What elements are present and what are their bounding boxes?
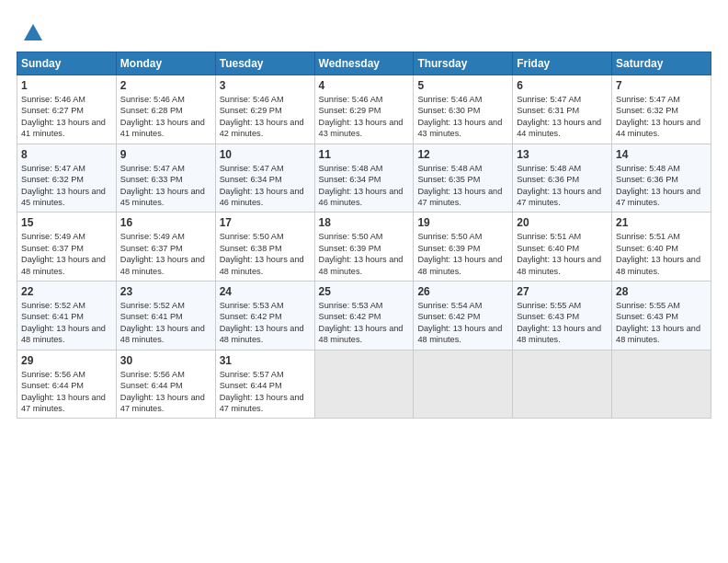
day-number: 6 <box>517 79 608 92</box>
day-info: Sunrise: 5:49 AMSunset: 6:37 PMDaylight:… <box>120 231 211 277</box>
day-number: 3 <box>220 79 311 92</box>
day-number: 19 <box>417 216 508 229</box>
day-number: 20 <box>517 216 608 229</box>
calendar-cell: 11Sunrise: 5:48 AMSunset: 6:34 PMDayligh… <box>314 144 414 213</box>
day-number: 5 <box>417 79 508 92</box>
day-number: 31 <box>220 354 311 367</box>
day-info: Sunrise: 5:48 AMSunset: 6:36 PMDaylight:… <box>616 163 707 209</box>
calendar-cell: 26Sunrise: 5:54 AMSunset: 6:42 PMDayligh… <box>414 282 513 350</box>
day-info: Sunrise: 5:48 AMSunset: 6:34 PMDaylight:… <box>319 163 410 209</box>
day-info: Sunrise: 5:50 AMSunset: 6:39 PMDaylight:… <box>319 231 410 277</box>
calendar-cell: 29Sunrise: 5:56 AMSunset: 6:44 PMDayligh… <box>17 350 117 419</box>
day-number: 30 <box>120 354 211 367</box>
calendar-week-row: 8Sunrise: 5:47 AMSunset: 6:32 PMDaylight… <box>17 144 711 213</box>
day-info: Sunrise: 5:46 AMSunset: 6:28 PMDaylight:… <box>120 94 211 140</box>
day-number: 26 <box>417 285 508 298</box>
calendar-cell <box>314 350 414 419</box>
calendar-cell: 28Sunrise: 5:55 AMSunset: 6:43 PMDayligh… <box>612 282 711 350</box>
day-info: Sunrise: 5:47 AMSunset: 6:33 PMDaylight:… <box>120 163 211 209</box>
day-info: Sunrise: 5:49 AMSunset: 6:37 PMDaylight:… <box>21 231 112 277</box>
calendar-cell: 24Sunrise: 5:53 AMSunset: 6:42 PMDayligh… <box>215 282 314 350</box>
day-number: 21 <box>616 216 707 229</box>
day-number: 14 <box>616 148 707 161</box>
calendar-header-wednesday: Wednesday <box>314 52 414 75</box>
calendar-cell: 12Sunrise: 5:48 AMSunset: 6:35 PMDayligh… <box>414 144 513 213</box>
calendar-cell: 9Sunrise: 5:47 AMSunset: 6:33 PMDaylight… <box>116 144 215 213</box>
day-info: Sunrise: 5:54 AMSunset: 6:42 PMDaylight:… <box>417 300 508 346</box>
day-number: 17 <box>220 216 311 229</box>
day-number: 27 <box>517 285 608 298</box>
calendar-cell: 6Sunrise: 5:47 AMSunset: 6:31 PMDaylight… <box>513 75 612 144</box>
calendar-header-sunday: Sunday <box>17 52 117 75</box>
day-number: 22 <box>21 285 112 298</box>
day-number: 2 <box>120 79 211 92</box>
calendar-header-saturday: Saturday <box>612 52 711 75</box>
day-number: 11 <box>319 148 410 161</box>
day-info: Sunrise: 5:51 AMSunset: 6:40 PMDaylight:… <box>616 231 707 277</box>
day-info: Sunrise: 5:53 AMSunset: 6:42 PMDaylight:… <box>220 300 311 346</box>
calendar-header-friday: Friday <box>513 52 612 75</box>
calendar-table: SundayMondayTuesdayWednesdayThursdayFrid… <box>17 52 711 419</box>
day-number: 15 <box>21 216 112 229</box>
calendar-week-row: 15Sunrise: 5:49 AMSunset: 6:37 PMDayligh… <box>17 213 711 282</box>
logo <box>17 20 46 46</box>
calendar-cell: 3Sunrise: 5:46 AMSunset: 6:29 PMDaylight… <box>215 75 314 144</box>
day-number: 29 <box>21 354 112 367</box>
day-number: 13 <box>517 148 608 161</box>
day-number: 9 <box>120 148 211 161</box>
calendar-cell: 1Sunrise: 5:46 AMSunset: 6:27 PMDaylight… <box>17 75 117 144</box>
day-number: 4 <box>319 79 410 92</box>
day-info: Sunrise: 5:56 AMSunset: 6:44 PMDaylight:… <box>21 369 112 415</box>
calendar-cell: 17Sunrise: 5:50 AMSunset: 6:38 PMDayligh… <box>215 213 314 282</box>
day-number: 25 <box>319 285 410 298</box>
day-info: Sunrise: 5:50 AMSunset: 6:39 PMDaylight:… <box>417 231 508 277</box>
calendar-cell: 31Sunrise: 5:57 AMSunset: 6:44 PMDayligh… <box>215 350 314 419</box>
day-number: 7 <box>616 79 707 92</box>
calendar-cell: 4Sunrise: 5:46 AMSunset: 6:29 PMDaylight… <box>314 75 414 144</box>
day-number: 16 <box>120 216 211 229</box>
calendar-cell: 18Sunrise: 5:50 AMSunset: 6:39 PMDayligh… <box>314 213 414 282</box>
day-number: 24 <box>220 285 311 298</box>
calendar-cell: 19Sunrise: 5:50 AMSunset: 6:39 PMDayligh… <box>414 213 513 282</box>
day-info: Sunrise: 5:46 AMSunset: 6:29 PMDaylight:… <box>220 94 311 140</box>
calendar-cell: 20Sunrise: 5:51 AMSunset: 6:40 PMDayligh… <box>513 213 612 282</box>
calendar-header-monday: Monday <box>116 52 215 75</box>
day-info: Sunrise: 5:46 AMSunset: 6:29 PMDaylight:… <box>319 94 410 140</box>
day-info: Sunrise: 5:53 AMSunset: 6:42 PMDaylight:… <box>319 300 410 346</box>
calendar-cell: 22Sunrise: 5:52 AMSunset: 6:41 PMDayligh… <box>17 282 117 350</box>
day-info: Sunrise: 5:52 AMSunset: 6:41 PMDaylight:… <box>120 300 211 346</box>
calendar-cell: 16Sunrise: 5:49 AMSunset: 6:37 PMDayligh… <box>116 213 215 282</box>
calendar-cell: 10Sunrise: 5:47 AMSunset: 6:34 PMDayligh… <box>215 144 314 213</box>
calendar-week-row: 29Sunrise: 5:56 AMSunset: 6:44 PMDayligh… <box>17 350 711 419</box>
day-info: Sunrise: 5:56 AMSunset: 6:44 PMDaylight:… <box>120 369 211 415</box>
day-number: 28 <box>616 285 707 298</box>
day-info: Sunrise: 5:55 AMSunset: 6:43 PMDaylight:… <box>517 300 608 346</box>
calendar-header-thursday: Thursday <box>414 52 513 75</box>
day-info: Sunrise: 5:46 AMSunset: 6:27 PMDaylight:… <box>21 94 112 140</box>
calendar-week-row: 22Sunrise: 5:52 AMSunset: 6:41 PMDayligh… <box>17 282 711 350</box>
day-info: Sunrise: 5:57 AMSunset: 6:44 PMDaylight:… <box>220 369 311 415</box>
day-info: Sunrise: 5:52 AMSunset: 6:41 PMDaylight:… <box>21 300 112 346</box>
calendar-cell <box>414 350 513 419</box>
calendar-cell: 23Sunrise: 5:52 AMSunset: 6:41 PMDayligh… <box>116 282 215 350</box>
calendar-header-tuesday: Tuesday <box>215 52 314 75</box>
day-info: Sunrise: 5:55 AMSunset: 6:43 PMDaylight:… <box>616 300 707 346</box>
calendar-cell: 25Sunrise: 5:53 AMSunset: 6:42 PMDayligh… <box>314 282 414 350</box>
day-number: 23 <box>120 285 211 298</box>
day-info: Sunrise: 5:46 AMSunset: 6:30 PMDaylight:… <box>417 94 508 140</box>
calendar-cell <box>612 350 711 419</box>
calendar-cell: 27Sunrise: 5:55 AMSunset: 6:43 PMDayligh… <box>513 282 612 350</box>
day-info: Sunrise: 5:47 AMSunset: 6:32 PMDaylight:… <box>21 163 112 209</box>
day-number: 8 <box>21 148 112 161</box>
day-info: Sunrise: 5:48 AMSunset: 6:35 PMDaylight:… <box>417 163 508 209</box>
calendar-cell: 15Sunrise: 5:49 AMSunset: 6:37 PMDayligh… <box>17 213 117 282</box>
calendar-cell: 30Sunrise: 5:56 AMSunset: 6:44 PMDayligh… <box>116 350 215 419</box>
calendar-week-row: 1Sunrise: 5:46 AMSunset: 6:27 PMDaylight… <box>17 75 711 144</box>
day-info: Sunrise: 5:51 AMSunset: 6:40 PMDaylight:… <box>517 231 608 277</box>
calendar-cell: 7Sunrise: 5:47 AMSunset: 6:32 PMDaylight… <box>612 75 711 144</box>
header <box>17 17 711 46</box>
calendar-cell: 5Sunrise: 5:46 AMSunset: 6:30 PMDaylight… <box>414 75 513 144</box>
calendar-cell: 21Sunrise: 5:51 AMSunset: 6:40 PMDayligh… <box>612 213 711 282</box>
day-number: 12 <box>417 148 508 161</box>
day-info: Sunrise: 5:48 AMSunset: 6:36 PMDaylight:… <box>517 163 608 209</box>
